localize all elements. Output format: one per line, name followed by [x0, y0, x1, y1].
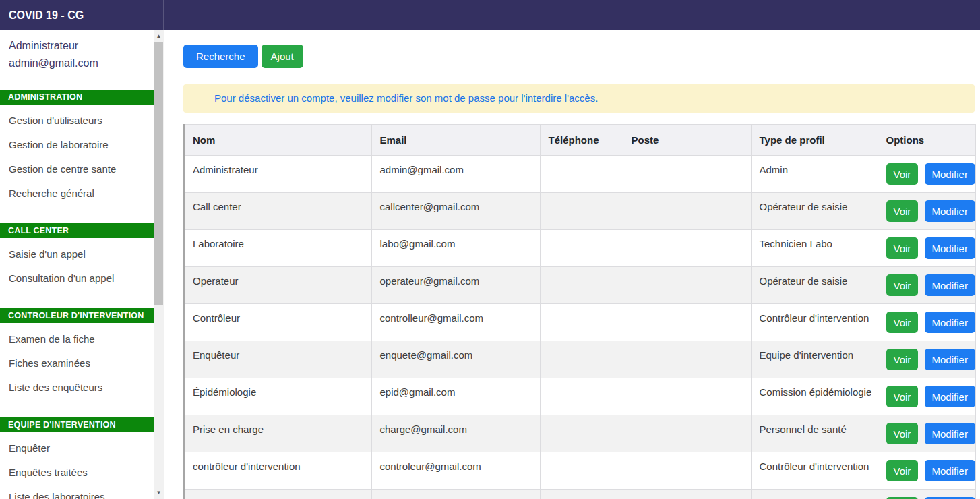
- cell-type-profil: Equipe d'intervention: [751, 341, 878, 378]
- sidebar-scrollbar[interactable]: ▲ ▼: [154, 30, 164, 499]
- sidebar-item[interactable]: Liste des laboratoires: [0, 485, 154, 499]
- cell-type-profil: Personnel de santé: [751, 415, 878, 452]
- cell-nom: Laboratoire: [184, 230, 371, 267]
- recherche-button[interactable]: Recherche: [183, 45, 258, 68]
- table-row: Enquêteur enquete@gmail.com Equipe d'int…: [184, 341, 975, 378]
- sidebar: Administrateur admin@gmail.com ADMINISTR…: [0, 30, 164, 499]
- voir-button[interactable]: Voir: [886, 386, 919, 407]
- sidebar-section-header: EQUIPE D'INTERVENTION: [0, 417, 154, 432]
- modifier-button[interactable]: Modifier: [925, 200, 975, 222]
- cell-options: Voir Modifier: [878, 156, 975, 193]
- voir-button[interactable]: Voir: [886, 163, 919, 185]
- cell-poste: [623, 304, 751, 341]
- cell-email: labo@gmail.com: [371, 230, 540, 267]
- sidebar-item[interactable]: Enquêter: [0, 436, 154, 461]
- modifier-button[interactable]: Modifier: [925, 163, 975, 185]
- cell-telephone: [540, 415, 623, 452]
- voir-button[interactable]: Voir: [886, 237, 919, 259]
- cell-email: operateur@gmail.com: [371, 267, 540, 304]
- cell-options: Voir Modifier: [878, 415, 975, 452]
- sidebar-item[interactable]: Saisie d'un appel: [0, 242, 154, 266]
- cell-nom: Contrôleur: [184, 304, 371, 341]
- modifier-button[interactable]: Modifier: [925, 349, 975, 370]
- cell-type-profil: Technicien Labo: [751, 230, 878, 267]
- cell-nom: Enquêteur: [184, 341, 371, 378]
- cell-options: Voir Modifier: [878, 230, 975, 267]
- cell-telephone: [540, 230, 623, 267]
- user-block: Administrateur admin@gmail.com: [0, 30, 154, 72]
- cell-options: Voir Modifier: [878, 452, 975, 490]
- table-row: Operateur operateur@gmail.com Opérateur …: [184, 267, 975, 304]
- cell-type-profil: Opérateur de saisie: [751, 267, 878, 304]
- user-name: Administrateur: [9, 37, 154, 55]
- table-row: Laboratoire labo@gmail.com Technicien La…: [184, 230, 975, 267]
- cell-nom: Prise en charge: [184, 415, 371, 452]
- ajout-button[interactable]: Ajout: [262, 45, 303, 68]
- sidebar-item[interactable]: Gestion d'utilisateurs: [0, 109, 154, 133]
- modifier-button[interactable]: Modifier: [925, 386, 975, 407]
- modifier-button[interactable]: Modifier: [925, 312, 975, 333]
- toolbar: Recherche Ajout: [183, 45, 975, 68]
- cell-poste: [623, 415, 751, 452]
- main-content: Recherche Ajout Pour désactiver un compt…: [164, 30, 980, 499]
- col-header-telephone: Téléphone: [540, 125, 623, 156]
- sidebar-section-items: Saisie d'un appelConsultation d'un appel: [0, 242, 154, 291]
- voir-button[interactable]: Voir: [886, 274, 919, 296]
- modifier-button[interactable]: Modifier: [925, 423, 975, 444]
- sidebar-section-header: CALL CENTER: [0, 223, 154, 238]
- sidebar-item[interactable]: Fiches examinées: [0, 351, 154, 376]
- cell-type-profil: Comission épidémiologie: [751, 378, 878, 415]
- cell-nom: contrôleur d'intervention: [184, 452, 371, 490]
- table-header-row: Nom Email Téléphone Poste Type de profil…: [184, 125, 975, 156]
- sidebar-item[interactable]: Gestion de centre sante: [0, 157, 154, 181]
- voir-button[interactable]: Voir: [886, 200, 919, 222]
- scroll-down-icon[interactable]: ▼: [154, 488, 164, 498]
- cell-poste: [623, 452, 751, 490]
- sidebar-item[interactable]: Examen de la fiche: [0, 327, 154, 351]
- cell-email: callcenter@gmail.com: [371, 193, 540, 230]
- sidebar-section-header: CONTROLEUR D'INTERVENTION: [0, 308, 154, 323]
- sidebar-item[interactable]: Consultation d'un appel: [0, 266, 154, 291]
- cell-options: Voir Modifier: [878, 267, 975, 304]
- scrollbar-thumb[interactable]: [154, 42, 163, 305]
- cell-nom: Operateur: [184, 267, 371, 304]
- info-alert: Pour désactiver un compte, veuillez modi…: [183, 84, 975, 113]
- cell-telephone: [540, 378, 623, 415]
- voir-button[interactable]: Voir: [886, 312, 919, 333]
- sidebar-item[interactable]: Liste des enquêteurs: [0, 376, 154, 400]
- table-row: Contrôleur controlleur@gmail.com Contrôl…: [184, 304, 975, 341]
- col-header-options: Options: [878, 125, 975, 156]
- sidebar-item[interactable]: Enquêtes traitées: [0, 461, 154, 485]
- col-header-nom: Nom: [184, 125, 371, 156]
- table-row: Prise en charge charge@gmail.com Personn…: [184, 415, 975, 452]
- table-row: Call center callcenter@gmail.com Opérate…: [184, 193, 975, 230]
- col-header-type-profil: Type de profil: [751, 125, 878, 156]
- cell-poste: [623, 378, 751, 415]
- modifier-button[interactable]: Modifier: [925, 274, 975, 296]
- table-body: Administrateur admin@gmail.com Admin Voi…: [184, 156, 975, 499]
- cell-nom: Épidémiologie: [184, 378, 371, 415]
- cell-email: charge@gmail.com: [371, 415, 540, 452]
- sidebar-item[interactable]: Gestion de laboratoire: [0, 133, 154, 157]
- cell-email: controlleur@gmail.com: [371, 304, 540, 341]
- modifier-button[interactable]: Modifier: [925, 460, 975, 481]
- sidebar-sections: ADMINISTRATION Gestion d'utilisateursGes…: [0, 90, 154, 499]
- scroll-up-icon[interactable]: ▲: [154, 32, 164, 41]
- cell-telephone: [540, 156, 623, 193]
- cell-telephone: [540, 267, 623, 304]
- cell-type-profil: Contrôleur d'intervention: [751, 304, 878, 341]
- cell-poste: [623, 267, 751, 304]
- cell-options: Voir Modifier: [878, 341, 975, 378]
- cell-nom: Administrateur: [184, 156, 371, 193]
- voir-button[interactable]: Voir: [886, 349, 919, 370]
- voir-button[interactable]: Voir: [886, 460, 919, 481]
- modifier-button[interactable]: Modifier: [925, 237, 975, 259]
- sidebar-section-items: Gestion d'utilisateursGestion de laborat…: [0, 109, 154, 206]
- user-email: admin@gmail.com: [9, 55, 154, 72]
- cell-options: Voir Modifier: [878, 193, 975, 230]
- voir-button[interactable]: Voir: [886, 423, 919, 444]
- cell-type-profil: Admin: [751, 156, 878, 193]
- top-navbar: COVID 19 - CG: [0, 0, 980, 30]
- sidebar-item[interactable]: Recherche général: [0, 181, 154, 206]
- cell-email: enquete@gmail.com: [371, 341, 540, 378]
